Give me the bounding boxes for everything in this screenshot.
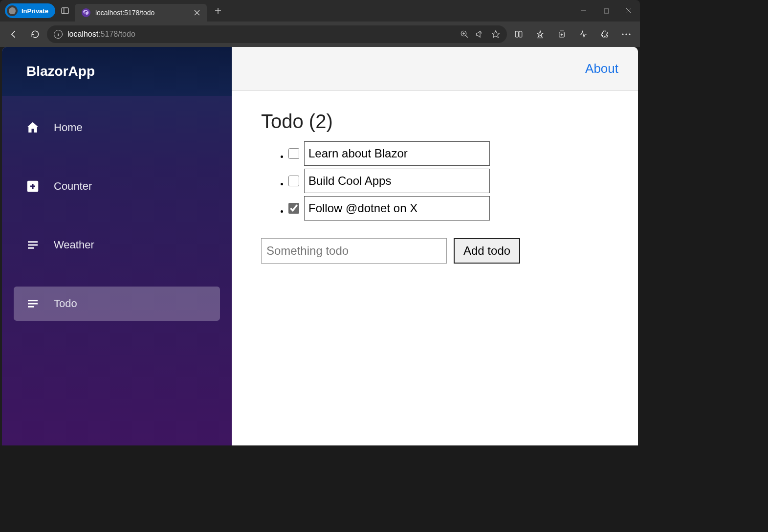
- inprivate-badge[interactable]: InPrivate: [5, 3, 55, 18]
- todo-text-input[interactable]: [304, 196, 490, 221]
- todo-item: [288, 141, 609, 166]
- app-brand: BlazorApp: [2, 47, 232, 96]
- profile-avatar-icon: [7, 5, 18, 16]
- todo-text-input[interactable]: [304, 141, 490, 166]
- site-info-icon[interactable]: i: [54, 30, 63, 39]
- new-todo-input[interactable]: [261, 238, 447, 264]
- page-title: Todo (2): [261, 111, 609, 133]
- sidebar-item-label: Todo: [54, 297, 77, 310]
- page-content: Todo (2): [232, 91, 638, 283]
- todo-checkbox[interactable]: [288, 203, 299, 214]
- todo-checkbox[interactable]: [288, 176, 299, 186]
- refresh-button[interactable]: [25, 24, 45, 44]
- todo-checkbox[interactable]: [288, 148, 299, 159]
- blazor-app: BlazorApp Home Counter Weather: [2, 47, 638, 445]
- todo-text-input[interactable]: [304, 169, 490, 193]
- new-tab-button[interactable]: [210, 2, 226, 19]
- svg-point-24: [622, 33, 623, 35]
- maximize-button[interactable]: [595, 0, 617, 22]
- top-row: About: [232, 47, 638, 91]
- todo-list: [261, 141, 609, 221]
- split-screen-icon[interactable]: [509, 24, 528, 44]
- inprivate-label: InPrivate: [22, 7, 48, 15]
- close-window-button[interactable]: [617, 0, 640, 22]
- sidebar-item-weather[interactable]: Weather: [14, 228, 220, 262]
- sidebar-item-label: Weather: [54, 239, 94, 251]
- svg-marker-15: [492, 31, 500, 38]
- page-viewport: BlazorApp Home Counter Weather: [2, 47, 638, 445]
- favorites-bar-icon[interactable]: [530, 24, 550, 44]
- sidebar-item-home[interactable]: Home: [14, 111, 220, 145]
- sidebar-item-label: Counter: [54, 180, 92, 193]
- todo-item: [288, 196, 609, 221]
- performance-icon[interactable]: [573, 24, 593, 44]
- tab-actions-button[interactable]: [55, 1, 75, 21]
- todo-item: [288, 169, 609, 193]
- svg-rect-0: [62, 8, 68, 14]
- main-area: About Todo (2): [232, 47, 638, 445]
- more-button[interactable]: [616, 24, 636, 44]
- back-button[interactable]: [4, 24, 23, 44]
- browser-toolbar: i localhost:5178/todo A: [0, 22, 640, 47]
- url-path: :5178/todo: [98, 30, 135, 38]
- svg-rect-17: [519, 31, 522, 37]
- window-controls: [572, 0, 640, 22]
- address-bar-actions: A: [460, 30, 500, 39]
- svg-rect-16: [515, 31, 518, 37]
- favorite-icon[interactable]: [491, 30, 500, 39]
- tab-close-button[interactable]: [194, 10, 200, 16]
- tab-title: localhost:5178/todo: [95, 9, 189, 17]
- zoom-icon[interactable]: [460, 30, 469, 39]
- blazor-favicon-icon: [82, 8, 90, 17]
- minimize-button[interactable]: [572, 0, 595, 22]
- svg-point-26: [629, 33, 630, 35]
- titlebar: InPrivate localhost:5178/todo: [0, 0, 640, 22]
- list-icon: [25, 238, 40, 252]
- sidebar-item-label: Home: [54, 121, 83, 134]
- add-todo-button[interactable]: Add todo: [454, 238, 520, 264]
- svg-rect-7: [604, 9, 609, 13]
- plus-square-icon: [25, 179, 40, 194]
- svg-point-25: [625, 33, 627, 35]
- sidebar-nav: Home Counter Weather Todo: [2, 96, 232, 335]
- sidebar: BlazorApp Home Counter Weather: [2, 47, 232, 445]
- svg-text:A: A: [480, 31, 482, 34]
- url-text: localhost:5178/todo: [67, 30, 135, 39]
- list-icon: [25, 296, 40, 311]
- svg-line-11: [465, 35, 468, 38]
- home-icon: [25, 120, 40, 135]
- read-aloud-icon[interactable]: A: [476, 30, 484, 39]
- browser-window: InPrivate localhost:5178/todo: [0, 0, 640, 445]
- url-host: localhost: [67, 30, 98, 38]
- add-todo-row: Add todo: [261, 238, 609, 264]
- collections-icon[interactable]: [552, 24, 571, 44]
- about-link[interactable]: About: [585, 61, 618, 76]
- sidebar-item-counter[interactable]: Counter: [14, 169, 220, 203]
- browser-tab[interactable]: localhost:5178/todo: [75, 4, 207, 22]
- extensions-icon[interactable]: [595, 24, 614, 44]
- svg-marker-18: [537, 31, 543, 37]
- address-bar[interactable]: i localhost:5178/todo A: [47, 25, 507, 43]
- sidebar-item-todo[interactable]: Todo: [14, 287, 220, 321]
